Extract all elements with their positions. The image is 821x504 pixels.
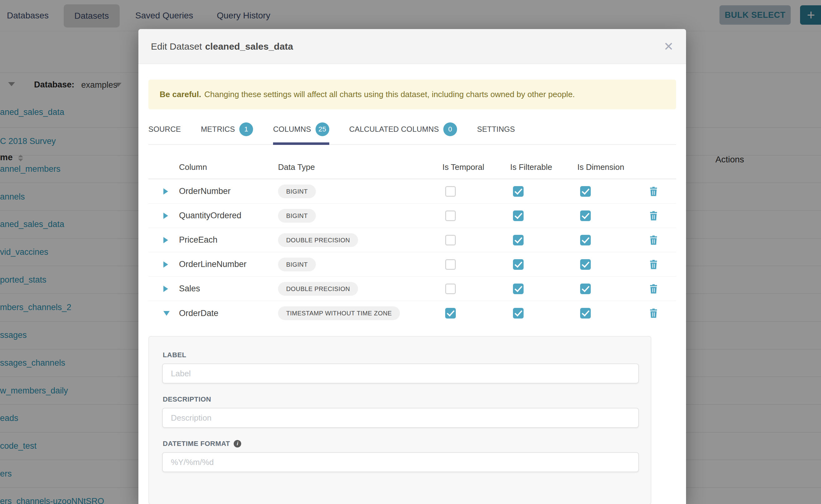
modal-title-prefix: Edit Dataset (151, 41, 202, 52)
datetime-format-input[interactable] (162, 452, 639, 472)
column-name: QuantityOrdered (179, 211, 278, 220)
modal-tabs: SOURCE METRICS 1 COLUMNS 25 CALCULATED C… (148, 117, 676, 145)
datetime-format-field-label: DATETIME FORMAT i (163, 440, 638, 448)
tab-columns[interactable]: COLUMNS 25 (273, 117, 329, 145)
calculated-columns-count-badge: 0 (443, 122, 457, 136)
description-field-group: DESCRIPTION (162, 395, 638, 440)
delete-column-trash-icon[interactable] (649, 235, 676, 245)
column-row-OrderNumber: OrderNumber BIGINT (148, 179, 676, 204)
column-header: Column (179, 162, 278, 172)
tab-label: SOURCE (148, 125, 181, 134)
column-detail-panel: LABEL DESCRIPTION DATETIME FORMAT i (148, 336, 651, 504)
tab-metrics[interactable]: METRICS 1 (201, 117, 253, 145)
description-field-label: DESCRIPTION (163, 395, 638, 403)
expand-caret-icon[interactable] (148, 286, 179, 292)
label-field-label: LABEL (163, 351, 638, 359)
column-row-Sales: Sales DOUBLE PRECISION (148, 277, 676, 301)
is-dimension-checkbox[interactable] (580, 284, 591, 294)
column-name: OrderNumber (179, 186, 278, 196)
data-type-pill: BIGINT (278, 185, 316, 198)
data-type-header: Data Type (278, 162, 425, 172)
tab-label: SETTINGS (477, 125, 515, 134)
data-type-pill: BIGINT (278, 258, 316, 271)
delete-column-trash-icon[interactable] (649, 259, 676, 269)
is-filterable-checkbox[interactable] (513, 210, 524, 221)
columns-table-header: Column Data Type Is Temporal Is Filterab… (148, 156, 676, 179)
data-type-pill: BIGINT (278, 209, 316, 223)
tab-label: METRICS (201, 125, 235, 134)
label-input[interactable] (162, 363, 639, 383)
column-name: OrderDate (179, 309, 278, 318)
is-dimension-header: Is Dimension (577, 162, 627, 172)
is-temporal-checkbox[interactable] (445, 284, 456, 294)
column-row-OrderLineNumber: OrderLineNumber BIGINT (148, 252, 676, 277)
tab-label: COLUMNS (273, 125, 311, 134)
modal-title: Edit Datasetcleaned_sales_data (151, 41, 293, 52)
is-dimension-checkbox[interactable] (580, 186, 591, 197)
columns-count-badge: 25 (315, 122, 329, 136)
warning-banner: Be careful.Changing these settings will … (148, 80, 676, 109)
column-name: PriceEach (179, 235, 278, 245)
description-input[interactable] (162, 408, 639, 428)
column-name: Sales (179, 284, 278, 294)
is-filterable-checkbox[interactable] (513, 308, 524, 319)
is-temporal-checkbox[interactable] (445, 308, 456, 319)
column-row-PriceEach: PriceEach DOUBLE PRECISION (148, 228, 676, 252)
tab-calculated-columns[interactable]: CALCULATED COLUMNS 0 (349, 117, 457, 145)
is-dimension-checkbox[interactable] (580, 308, 591, 319)
is-filterable-header: Is Filterable (510, 162, 560, 172)
expand-caret-icon[interactable] (148, 188, 179, 195)
close-icon[interactable]: ✕ (664, 41, 674, 52)
is-dimension-checkbox[interactable] (580, 259, 591, 270)
modal-body: Be careful.Changing these settings will … (138, 80, 686, 504)
warning-text: Changing these settings will affect all … (204, 90, 575, 99)
is-dimension-checkbox[interactable] (580, 235, 591, 245)
tab-source[interactable]: SOURCE (148, 117, 181, 145)
is-temporal-header: Is Temporal (443, 162, 493, 172)
expand-caret-icon[interactable] (148, 237, 179, 243)
data-type-pill: DOUBLE PRECISION (278, 282, 358, 296)
is-temporal-checkbox[interactable] (445, 186, 456, 197)
expand-caret-icon[interactable] (148, 213, 179, 219)
delete-column-trash-icon[interactable] (649, 211, 676, 221)
modal-header: Edit Datasetcleaned_sales_data ✕ (138, 29, 686, 64)
edit-dataset-modal: Edit Datasetcleaned_sales_data ✕ Be care… (138, 29, 686, 504)
is-temporal-checkbox[interactable] (445, 210, 456, 221)
delete-column-trash-icon[interactable] (649, 308, 676, 318)
is-filterable-checkbox[interactable] (513, 235, 524, 245)
tab-settings[interactable]: SETTINGS (477, 117, 515, 145)
tab-label: CALCULATED COLUMNS (349, 125, 439, 134)
delete-column-trash-icon[interactable] (649, 284, 676, 294)
is-filterable-checkbox[interactable] (513, 186, 524, 197)
warning-bold-text: Be careful. (160, 90, 201, 99)
delete-column-trash-icon[interactable] (649, 186, 676, 196)
collapse-caret-icon[interactable] (148, 311, 179, 316)
modal-title-dataset-name: cleaned_sales_data (205, 41, 293, 52)
label-field-group: LABEL (162, 351, 638, 395)
is-filterable-checkbox[interactable] (513, 259, 524, 270)
data-type-pill: TIMESTAMP WITHOUT TIME ZONE (278, 306, 400, 320)
data-type-pill: DOUBLE PRECISION (278, 233, 358, 247)
datetime-format-field-group: DATETIME FORMAT i (162, 440, 638, 472)
metrics-count-badge: 1 (239, 122, 253, 136)
expand-caret-icon[interactable] (148, 261, 179, 268)
is-temporal-checkbox[interactable] (445, 235, 456, 245)
is-filterable-checkbox[interactable] (513, 284, 524, 294)
is-dimension-checkbox[interactable] (580, 210, 591, 221)
column-row-OrderDate: OrderDate TIMESTAMP WITHOUT TIME ZONE (148, 301, 676, 325)
is-temporal-checkbox[interactable] (445, 259, 456, 270)
column-name: OrderLineNumber (179, 259, 278, 269)
column-row-QuantityOrdered: QuantityOrdered BIGINT (148, 204, 676, 228)
info-icon[interactable]: i (234, 440, 241, 447)
